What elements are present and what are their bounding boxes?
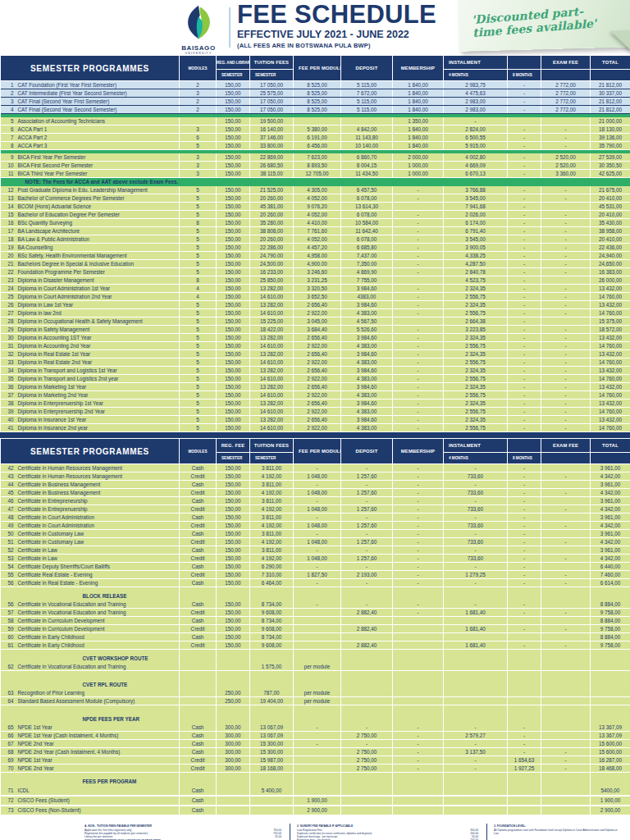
programme-name-cell: 38Diploma in Enterprenuership 1st Year	[1, 399, 180, 408]
section-label: BLOCK RELEASE	[1, 592, 180, 600]
exam-fee-cell	[541, 715, 591, 724]
deposit-cell: 2 882,40	[341, 625, 393, 633]
programme-name-cell: 62Certificate in Vocational Education an…	[1, 663, 180, 671]
instalment-8m-cell: -	[508, 194, 541, 203]
fee-row: 5Association of Accounting Technicians15…	[1, 117, 630, 126]
tuition-cell: 25 850,00	[250, 276, 294, 285]
fee-per-module-cell: 2 922,00	[294, 391, 341, 399]
instalment-8m-cell	[508, 663, 541, 671]
tuition-cell: 14 610,00	[250, 424, 294, 432]
programme-name: Certificate in Real Estate - Evening	[18, 580, 98, 586]
modules-cell: Credit	[180, 609, 217, 617]
instalment-4m-cell: 2 556,75	[444, 342, 508, 350]
instalment-8m-cell: -	[508, 505, 541, 514]
programme-name-cell: 1CAT Foundation (First Year First Semest…	[1, 81, 180, 89]
instalment-8m-cell: -	[508, 571, 541, 579]
membership-cell: -	[393, 740, 444, 748]
total-cell: 13 367,09	[591, 732, 630, 740]
modules-cell: Credit	[180, 505, 217, 514]
fee-per-module-cell: 8 525,00	[294, 106, 341, 114]
section-label-row: BLOCK RELEASE	[1, 592, 630, 600]
modules-cell: Cash	[180, 530, 217, 538]
fee-per-module-cell: 1 048,00	[294, 489, 341, 497]
row-number: 27	[1, 309, 14, 317]
fee-row: 13Bachelor of Commerce Degrees Per Semes…	[1, 194, 630, 203]
instalment-4m-cell: 1 681,40	[444, 625, 508, 633]
fee-per-module-cell	[294, 748, 341, 756]
row-number: 70	[1, 765, 14, 772]
deposit-cell: 5 115,00	[341, 106, 393, 114]
programme-name: Certificate in Human Resources Managemen…	[18, 473, 122, 479]
instalment-4m-cell: -	[444, 481, 508, 489]
total-cell: 2 900,00	[591, 806, 630, 815]
fee-per-module-cell: 8 525,00	[294, 81, 341, 89]
fee-per-module-cell	[294, 641, 341, 650]
deposit-cell	[341, 633, 393, 641]
tuition-cell: 1 575,00	[250, 663, 294, 671]
fee-row: 53Certificate in LawCredit150,004 192,00…	[1, 555, 630, 563]
currency-note: (ALL FEES ARE IN BOTSWANA PULA BWP)	[237, 42, 436, 49]
instalment-4m-cell: 3 137,50	[444, 748, 508, 756]
fee-per-module-cell: 4 052,00	[294, 211, 341, 219]
reg-fee-cell	[217, 715, 250, 724]
reg-fee-cell: 150,00	[217, 391, 250, 399]
programme-name-cell: 64Standard Based Assessment Module (Comp…	[1, 697, 180, 705]
instalment-8m-cell: -	[508, 268, 541, 276]
reg-fee-cell: 150,00	[217, 211, 250, 219]
instalment-8m-cell: -	[508, 732, 541, 740]
exam-fee-cell	[541, 655, 591, 663]
membership-cell	[393, 633, 444, 641]
total-cell: 35 790,00	[591, 142, 630, 150]
programme-name-cell: 36Diploma in Marketing 1st Year	[1, 383, 180, 391]
programme-name: Diploma in Court Administration 2nd Year	[18, 294, 112, 299]
programme-name: Diploma in Occupational Health & Safety …	[18, 318, 143, 324]
row-number: 55	[1, 571, 14, 578]
fee-row: 16BSc Quantity Surveying8150,0035 280,00…	[1, 219, 630, 227]
programme-name: Diploma in Marketing 1st Year	[18, 384, 87, 390]
footnotes: A. NON - TUITION FEES PAYABLE PER SEMEST…	[0, 822, 630, 840]
instalment-8m-cell	[508, 633, 541, 641]
exam-fee-cell	[541, 633, 591, 641]
reg-fee-cell: 150,00	[217, 617, 250, 625]
row-number: 31	[1, 342, 14, 349]
fee-row: 44Certificate in Business ManagementCash…	[1, 481, 630, 489]
exam-fee-cell	[541, 546, 591, 555]
membership-cell: -	[393, 219, 444, 227]
fee-per-module-cell: 1 827,50	[294, 571, 341, 579]
fee-row: 64Standard Based Assessment Module (Comp…	[1, 697, 630, 705]
fee-row: 23Diploma in Disaster Management8150,002…	[1, 276, 630, 285]
instalment-4m-cell: 1 279,25	[444, 571, 508, 579]
col-deposit: DEPOSIT	[341, 56, 393, 81]
tuition-cell	[250, 796, 294, 806]
tuition-cell: 13 282,00	[250, 367, 294, 375]
tuition-cell: 14 610,00	[250, 391, 294, 399]
instalment-8m-cell: -	[508, 481, 541, 489]
membership-cell: -	[393, 235, 444, 244]
reg-fee-cell: 150,00	[217, 126, 250, 134]
modules-cell: 5	[180, 268, 217, 276]
programme-name-cell: 26Diploma in Law 1st Year	[1, 301, 180, 309]
fee-per-module-cell: 2 922,00	[294, 358, 341, 367]
total-cell: 4 342,00	[591, 489, 630, 497]
row-number: 49	[1, 522, 14, 529]
instalment-4m-cell: 733,60	[444, 538, 508, 546]
exam-fee-cell: 2 772,00	[541, 106, 591, 114]
fee-row: 2CAT Intermediate (First Year Second Sem…	[1, 89, 630, 98]
reg-fee-cell: 150,00	[217, 203, 250, 211]
membership-cell: -	[393, 505, 444, 514]
deposit-cell: 4 869,90	[341, 268, 393, 276]
row-number: 54	[1, 563, 14, 570]
programme-name: Diploma in Court Administration 1st Year	[18, 285, 111, 291]
fee-per-module-cell: 1 900,00	[294, 796, 341, 806]
programme-name: Diploma in law 2nd	[18, 310, 62, 316]
reg-fee-cell: 150,00	[217, 579, 250, 587]
programme-name: NPDE 1st Year	[18, 757, 52, 763]
programme-name: Diploma in Transport and Logistics 1st Y…	[18, 368, 117, 373]
membership-cell: -	[393, 756, 444, 765]
modules-cell: 2	[180, 106, 217, 114]
deposit-cell: 4 383,00	[341, 309, 393, 317]
tuition-cell: 14 610,00	[250, 342, 294, 350]
fee-row: 30Diploma in Accounting 1ST Year5150,001…	[1, 334, 630, 342]
col-reg-sub: SEMESTER	[217, 453, 250, 464]
programme-name: CAT Final (Second Year First Semester)	[18, 98, 110, 104]
